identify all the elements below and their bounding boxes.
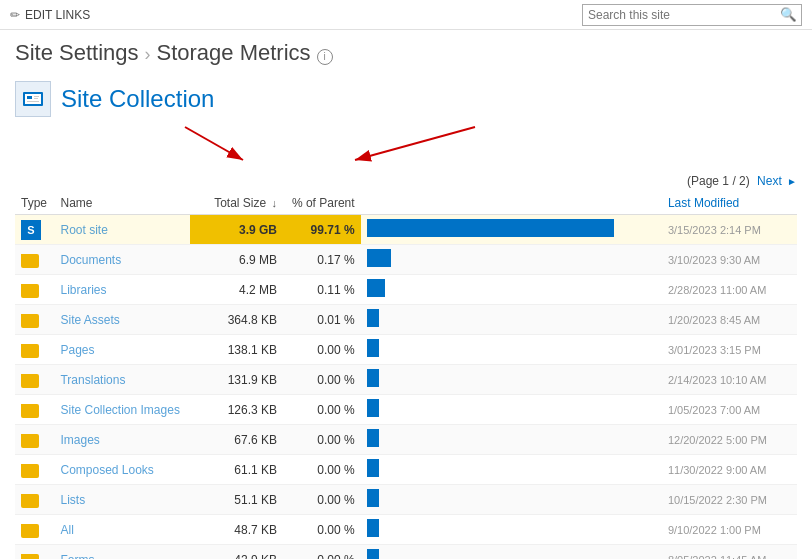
row-name[interactable]: Root site xyxy=(60,223,107,237)
bar-chart xyxy=(367,219,614,237)
table-row[interactable]: All48.7 KB0.00 %9/10/2022 1:00 PM xyxy=(15,515,797,545)
row-name[interactable]: Images xyxy=(60,433,99,447)
folder-type-icon xyxy=(21,344,39,358)
table-row[interactable]: Lists51.1 KB0.00 %10/15/2022 2:30 PM xyxy=(15,485,797,515)
size-cell: 67.6 KB xyxy=(190,425,284,455)
pct-cell: 0.00 % xyxy=(283,425,361,455)
size-cell: 364.8 KB xyxy=(190,305,284,335)
table-row[interactable]: Libraries4.2 MB0.11 %2/28/2023 11:00 AM xyxy=(15,275,797,305)
date-cell: 9/10/2022 1:00 PM xyxy=(662,515,797,545)
name-cell[interactable]: Documents xyxy=(54,245,189,275)
name-cell[interactable]: Site Assets xyxy=(54,305,189,335)
edit-links-button[interactable]: ✏ EDIT LINKS xyxy=(10,8,90,22)
row-name[interactable]: Forms xyxy=(60,553,94,560)
table-row[interactable]: Forms42.9 KB0.00 %8/05/2022 11:45 AM xyxy=(15,545,797,560)
name-cell[interactable]: Lists xyxy=(54,485,189,515)
table-row[interactable]: Documents6.9 MB0.17 %3/10/2023 9:30 AM xyxy=(15,245,797,275)
table-row[interactable]: Images67.6 KB0.00 %12/20/2022 5:00 PM xyxy=(15,425,797,455)
next-link[interactable]: Next xyxy=(757,174,782,188)
pct-cell: 0.00 % xyxy=(283,335,361,365)
name-cell[interactable]: Libraries xyxy=(54,275,189,305)
size-cell: 4.2 MB xyxy=(190,275,284,305)
bar-cell xyxy=(361,305,662,335)
type-cell xyxy=(15,515,54,545)
col-name: Name xyxy=(54,192,189,215)
folder-type-icon xyxy=(21,374,39,388)
bar-cell xyxy=(361,485,662,515)
date-cell: 3/15/2023 2:14 PM xyxy=(662,215,797,245)
search-box: 🔍 xyxy=(582,4,802,26)
bar-cell xyxy=(361,275,662,305)
name-cell[interactable]: Root site xyxy=(54,215,189,245)
site-collection-icon xyxy=(22,88,44,110)
row-name[interactable]: Lists xyxy=(60,493,85,507)
name-cell[interactable]: All xyxy=(54,515,189,545)
name-cell[interactable]: Pages xyxy=(54,335,189,365)
type-cell xyxy=(15,365,54,395)
search-button[interactable]: 🔍 xyxy=(776,7,801,22)
folder-type-icon xyxy=(21,464,39,478)
type-cell xyxy=(15,335,54,365)
page-title: Storage Metrics xyxy=(157,40,311,66)
pct-cell: 0.00 % xyxy=(283,395,361,425)
type-cell xyxy=(15,305,54,335)
row-name[interactable]: Translations xyxy=(60,373,125,387)
folder-type-icon xyxy=(21,524,39,538)
breadcrumb-separator: › xyxy=(145,44,151,65)
date-cell: 10/15/2022 2:30 PM xyxy=(662,485,797,515)
table-row[interactable]: Composed Looks61.1 KB0.00 %11/30/2022 9:… xyxy=(15,455,797,485)
bar-cell xyxy=(361,515,662,545)
table-row[interactable]: Pages138.1 KB0.00 %3/01/2023 3:15 PM xyxy=(15,335,797,365)
col-bar xyxy=(361,192,662,215)
table-row[interactable]: Translations131.9 KB0.00 %2/14/2023 10:1… xyxy=(15,365,797,395)
pct-cell: 0.00 % xyxy=(283,515,361,545)
sort-icon: ↓ xyxy=(272,197,278,209)
info-icon[interactable]: i xyxy=(317,49,333,65)
breadcrumb: Site Settings › Storage Metrics i xyxy=(15,40,797,66)
row-name[interactable]: Composed Looks xyxy=(60,463,153,477)
bar-chart xyxy=(367,369,379,387)
type-cell: S xyxy=(15,215,54,245)
svg-line-8 xyxy=(355,127,475,160)
row-name[interactable]: Pages xyxy=(60,343,94,357)
name-cell[interactable]: Site Collection Images xyxy=(54,395,189,425)
folder-type-icon xyxy=(21,404,39,418)
breadcrumb-parent[interactable]: Site Settings xyxy=(15,40,139,66)
table-row[interactable]: Site Collection Images126.3 KB0.00 %1/05… xyxy=(15,395,797,425)
date-cell: 1/20/2023 8:45 AM xyxy=(662,305,797,335)
site-type-icon: S xyxy=(21,220,41,240)
size-cell: 61.1 KB xyxy=(190,455,284,485)
date-cell: 3/01/2023 3:15 PM xyxy=(662,335,797,365)
name-cell[interactable]: Images xyxy=(54,425,189,455)
pct-cell: 99.71 % xyxy=(283,215,361,245)
name-cell[interactable]: Composed Looks xyxy=(54,455,189,485)
row-name[interactable]: Site Collection Images xyxy=(60,403,179,417)
name-cell[interactable]: Translations xyxy=(54,365,189,395)
row-name[interactable]: Libraries xyxy=(60,283,106,297)
bar-cell xyxy=(361,335,662,365)
size-cell: 126.3 KB xyxy=(190,395,284,425)
section-heading: Site Collection xyxy=(0,71,812,122)
svg-rect-2 xyxy=(27,96,32,99)
row-name[interactable]: Documents xyxy=(60,253,121,267)
type-cell xyxy=(15,425,54,455)
search-icon: 🔍 xyxy=(780,7,797,22)
row-name[interactable]: Site Assets xyxy=(60,313,119,327)
pagination-label: (Page 1 / 2) xyxy=(687,174,750,188)
section-icon xyxy=(15,81,51,117)
row-name[interactable]: All xyxy=(60,523,73,537)
date-cell: 11/30/2022 9:00 AM xyxy=(662,455,797,485)
type-cell xyxy=(15,245,54,275)
date-cell: 3/10/2023 9:30 AM xyxy=(662,245,797,275)
bar-chart xyxy=(367,249,391,267)
search-input[interactable] xyxy=(583,6,776,24)
pencil-icon: ✏ xyxy=(10,8,20,22)
svg-line-7 xyxy=(185,127,243,160)
table-row[interactable]: SRoot site3.9 GB99.71 %3/15/2023 2:14 PM xyxy=(15,215,797,245)
name-cell[interactable]: Forms xyxy=(54,545,189,560)
bar-cell xyxy=(361,245,662,275)
table-row[interactable]: Site Assets364.8 KB0.01 %1/20/2023 8:45 … xyxy=(15,305,797,335)
type-cell xyxy=(15,275,54,305)
type-cell xyxy=(15,485,54,515)
col-total-size[interactable]: Total Size ↓ xyxy=(190,192,284,215)
